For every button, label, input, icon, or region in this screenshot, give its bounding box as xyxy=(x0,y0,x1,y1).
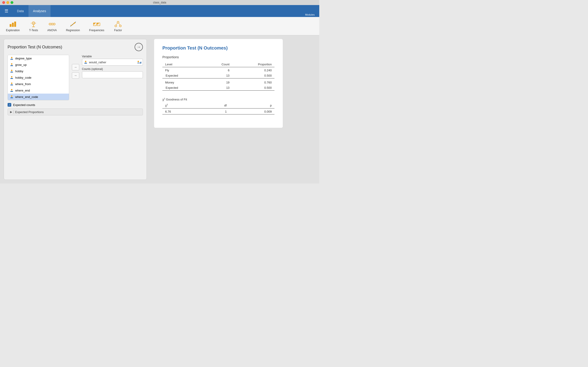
ttests-icon xyxy=(30,20,37,28)
chi-table: χ2 df p 6.76 1 0.009 xyxy=(162,102,275,116)
var-field-icon xyxy=(84,60,88,64)
var-icon-degree-type xyxy=(10,56,14,60)
panel-title: Proportion Test (N Outcomes) xyxy=(8,45,62,50)
cell-fly-exp-prop: 0.500 xyxy=(232,73,275,78)
table-row: 6.76 1 0.009 xyxy=(162,108,275,114)
var-item-grow-up[interactable]: grow_up xyxy=(8,61,69,68)
svg-point-27 xyxy=(11,63,12,65)
svg-point-26 xyxy=(11,57,12,58)
var-item-where-end[interactable]: where_end xyxy=(8,87,69,94)
expected-counts-row[interactable]: ✓ Expected counts xyxy=(8,103,143,107)
maximize-button[interactable] xyxy=(10,1,13,4)
exploration-icon xyxy=(9,20,17,28)
chi-section: χ2 Goodness of Fit χ2 df p 6.76 1 xyxy=(162,98,275,116)
svg-rect-20 xyxy=(97,23,99,24)
var-item-hobby[interactable]: hobby xyxy=(8,68,69,74)
var-icon-where-from xyxy=(10,82,14,86)
var-item-hobby-code[interactable]: hobby_code xyxy=(8,74,69,81)
variable-input[interactable]: would_rather xyxy=(82,59,143,66)
nav-tabs: Data Analyses xyxy=(12,5,51,17)
col-df: df xyxy=(202,102,229,108)
toolbar-item-anova[interactable]: ANOVA xyxy=(45,19,59,33)
proportions-table: Level Count Proportion Fly 6 0.240 Expec… xyxy=(162,62,275,92)
svg-rect-0 xyxy=(10,24,11,27)
tab-data[interactable]: Data xyxy=(12,5,28,17)
table-row: Money 19 0.760 xyxy=(162,78,275,85)
svg-line-24 xyxy=(116,23,117,25)
anova-label: ANOVA xyxy=(47,29,57,32)
col-count: Count xyxy=(203,62,233,67)
tab-analyses[interactable]: Analyses xyxy=(28,5,51,17)
var-label-hobby: hobby xyxy=(15,69,23,73)
svg-rect-35 xyxy=(140,62,140,64)
svg-rect-19 xyxy=(94,23,95,24)
person-chart-icon xyxy=(137,60,141,64)
variable-field-container: Variable would_rather xyxy=(82,55,143,66)
toolbar-item-regression[interactable]: Regression xyxy=(64,19,82,33)
analysis-panel: Proportion Test (N Outcomes) → degree_t xyxy=(4,39,147,180)
toolbar-item-frequencies[interactable]: Frequencies xyxy=(87,19,107,33)
var-item-degree-type[interactable]: degree_type xyxy=(8,55,69,61)
var-icon-where-end-code xyxy=(10,95,14,99)
menu-icon[interactable]: ☰ xyxy=(3,8,10,15)
window-controls xyxy=(2,1,13,4)
col-proportion: Proportion xyxy=(232,62,275,67)
main-content: Proportion Test (N Outcomes) → degree_t xyxy=(0,35,319,184)
move-counts-button[interactable]: → xyxy=(72,72,79,79)
modules-button[interactable]: ✚ Modules xyxy=(303,5,317,17)
left-panel: Proportion Test (N Outcomes) → degree_t xyxy=(0,35,150,184)
cell-fly-exp-count: 13 xyxy=(203,73,233,78)
frequencies-icon xyxy=(93,20,100,28)
svg-point-13 xyxy=(70,25,72,26)
results-card: Proportion Test (N Outcomes) Proportions… xyxy=(154,39,283,128)
expected-counts-checkbox[interactable]: ✓ xyxy=(8,103,11,107)
counts-field-container: Counts (optional) xyxy=(82,67,143,78)
expected-proportions-accordion[interactable]: ▶ Expected Proportions xyxy=(8,108,143,115)
accordion-divider xyxy=(14,110,14,114)
move-variable-button[interactable]: → xyxy=(72,64,79,70)
var-item-where-from[interactable]: where_from xyxy=(8,81,69,87)
cell-level-fly: Fly xyxy=(162,67,203,73)
cell-chi2-value: 6.76 xyxy=(162,108,202,114)
toolbar-item-exploration[interactable]: Exploration xyxy=(4,19,22,33)
table-row: Fly 6 0.240 xyxy=(162,67,275,73)
minimize-button[interactable] xyxy=(6,1,9,4)
toolbar: Exploration T-Tests ANOVA xyxy=(0,17,319,35)
svg-point-30 xyxy=(11,83,12,84)
var-label-where-end-code: where_end_code xyxy=(15,95,38,99)
var-label-hobby-code: hobby_code xyxy=(15,76,32,79)
var-label-where-end: where_end xyxy=(15,89,30,92)
nav-bar: ☰ Data Analyses ✚ Modules xyxy=(0,5,319,17)
toolbar-item-factor[interactable]: Factor xyxy=(111,19,125,33)
svg-point-15 xyxy=(73,23,74,24)
variable-field-icons xyxy=(137,60,141,64)
arrow-controls: → → xyxy=(72,55,79,100)
title-bar: class_data xyxy=(0,0,319,5)
var-icon-hobby xyxy=(10,69,14,73)
go-button[interactable]: → xyxy=(135,43,143,51)
var-icon-where-end xyxy=(10,88,14,92)
col-p: p xyxy=(229,102,275,108)
svg-rect-36 xyxy=(141,62,141,64)
cell-money-obs-prop: 0.760 xyxy=(232,78,275,85)
chi-section-subtitle: Goodness of Fit xyxy=(166,98,187,101)
cell-fly-obs-label: Expected xyxy=(162,73,203,78)
svg-point-23 xyxy=(120,25,121,27)
svg-line-25 xyxy=(119,23,120,25)
variables-section: degree_type grow_up xyxy=(8,55,143,100)
chi-section-title: χ2 Goodness of Fit xyxy=(162,98,275,101)
regression-icon xyxy=(69,20,77,28)
svg-point-29 xyxy=(11,76,12,77)
cell-money-exp-prop: 0.500 xyxy=(232,85,275,91)
var-item-where-end-code[interactable]: where_end_code xyxy=(8,94,69,100)
panel-title-row: Proportion Test (N Outcomes) → xyxy=(8,43,143,51)
var-label-degree-type: degree_type xyxy=(15,57,32,60)
proportions-section-title: Proportions xyxy=(162,55,275,60)
svg-point-34 xyxy=(138,61,139,62)
counts-input[interactable] xyxy=(82,71,143,78)
close-button[interactable] xyxy=(2,1,5,4)
frequencies-label: Frequencies xyxy=(89,29,104,32)
table-row: Expected 13 0.500 xyxy=(162,73,275,78)
toolbar-item-ttests[interactable]: T-Tests xyxy=(27,19,40,33)
cell-p-value: 0.009 xyxy=(229,108,275,114)
